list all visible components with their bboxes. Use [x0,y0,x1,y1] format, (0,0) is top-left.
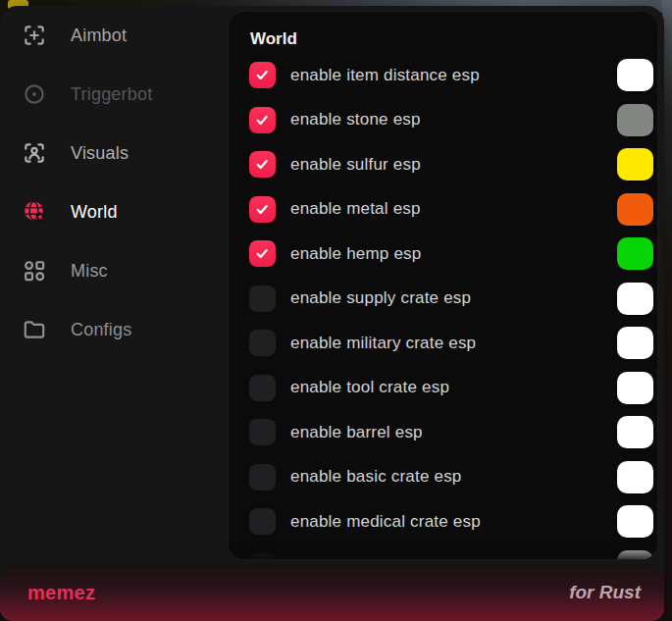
sidebar-item-configs[interactable]: Configs [0,300,229,359]
esp-checkbox[interactable] [249,107,276,133]
color-swatch[interactable] [617,104,653,136]
sidebar-item-world[interactable]: World [0,182,229,241]
esp-checkbox[interactable] [249,285,276,312]
esp-option-row: enable metal esp [249,196,653,223]
color-swatch[interactable] [617,416,653,448]
esp-checkbox[interactable] [249,62,276,88]
esp-option-label: enable tool crate esp [290,378,449,397]
color-swatch[interactable] [617,237,653,270]
esp-checkbox[interactable] [249,419,276,445]
sidebar-item-triggerbot[interactable]: Triggerbot [0,65,229,124]
color-swatch[interactable] [617,283,653,315]
globe-icon [22,199,47,225]
grid-shapes-icon [22,258,47,284]
esp-option-row: enable hemp esp [249,240,653,267]
esp-option-row: enable stone esp [249,107,653,133]
sidebar-item-label: Triggerbot [71,84,152,105]
esp-checkbox[interactable] [249,240,276,267]
esp-option-row: enable barrel esp [249,419,653,445]
color-swatch[interactable] [617,550,653,560]
esp-checkbox[interactable] [249,196,276,223]
target-icon [22,81,47,107]
cheat-menu-window: Aimbot Triggerbot Visuals World Misc Con… [0,6,664,621]
color-swatch[interactable] [617,193,653,226]
esp-option-label: enable supply crate esp [290,288,471,308]
esp-checkbox[interactable] [249,508,276,535]
sidebar-item-label: Misc [71,261,108,282]
footer-bar: memez for Rust [0,564,664,621]
esp-option-row: enable item distance esp [249,62,653,88]
esp-option-label: enable barrel esp [290,423,423,442]
esp-option-row: enable tool crate esp [249,375,653,401]
brand-name: memez [27,582,95,604]
esp-checkbox[interactable] [249,464,276,491]
esp-option-row: enable military crate esp [249,330,653,356]
esp-option-label: enable hemp esp [290,244,421,264]
esp-option-row: enable medical crate esp [249,508,653,535]
color-swatch[interactable] [617,372,653,404]
panel-title: World [250,29,653,49]
color-swatch[interactable] [617,59,653,91]
esp-checkbox[interactable] [249,330,276,356]
color-swatch[interactable] [617,148,653,181]
color-swatch[interactable] [617,461,653,493]
esp-option-label: enable stone esp [290,110,421,129]
esp-checkbox[interactable] [249,553,276,560]
esp-checkbox[interactable] [249,375,276,401]
sidebar-item-aimbot[interactable]: Aimbot [0,6,229,65]
esp-option-row: enable supply crate esp [249,285,653,312]
sidebar-item-label: Aimbot [71,26,127,46]
esp-option-label: enable sulfur esp [290,155,421,175]
sidebar-item-label: World [71,202,118,223]
sidebar-item-visuals[interactable]: Visuals [0,124,229,182]
scan-person-icon [22,140,47,166]
sidebar-item-label: Visuals [71,143,129,164]
esp-option-row [249,553,653,560]
esp-option-label: enable military crate esp [290,334,476,353]
check-icon [254,245,271,262]
esp-option-label: enable metal esp [290,199,421,219]
esp-option-label: enable item distance esp [290,66,480,85]
esp-option-row: enable basic crate esp [249,464,653,491]
check-icon [254,201,271,218]
crosshair-plus-icon [22,23,47,48]
esp-checkbox[interactable] [249,151,276,178]
esp-options-list: enable item distance esp enable stone es… [249,62,653,559]
brand-tagline: for Rust [569,582,641,603]
check-icon [254,112,271,129]
sidebar-item-label: Configs [71,320,131,340]
esp-option-label: enable basic crate esp [290,467,462,487]
color-swatch[interactable] [617,505,653,538]
color-swatch[interactable] [617,327,653,359]
check-icon [254,67,271,83]
world-settings-panel: World enable item distance esp enable st… [229,12,657,559]
esp-option-row: enable sulfur esp [249,151,653,178]
sidebar-item-misc[interactable]: Misc [0,241,229,300]
sidebar-nav: Aimbot Triggerbot Visuals World Misc Con… [0,6,229,555]
esp-option-label: enable medical crate esp [290,512,481,532]
check-icon [254,156,271,173]
folder-icon [22,317,47,342]
